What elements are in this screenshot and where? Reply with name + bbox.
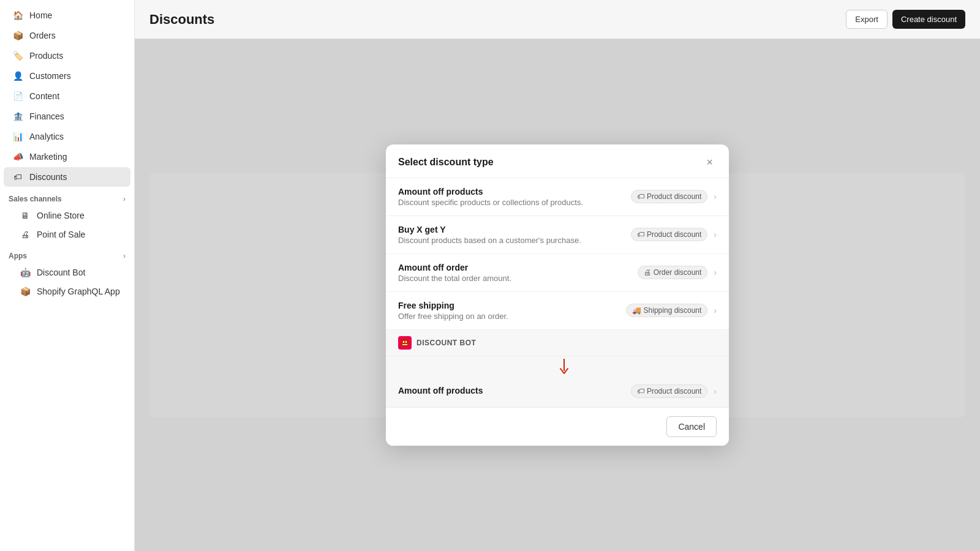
option-title-amount-off-products: Amount off products bbox=[398, 187, 631, 197]
modal-footer: Cancel bbox=[386, 407, 729, 446]
option-desc-amount-off-products: Discount specific products or collection… bbox=[398, 198, 631, 207]
page-title: Discounts bbox=[149, 12, 214, 28]
main-header: Discounts Export Create discount bbox=[135, 0, 980, 39]
sales-channels-section: Sales channels › bbox=[0, 187, 134, 206]
discount-bot-icon: 🤖 bbox=[20, 267, 31, 278]
products-label: Products bbox=[29, 51, 63, 61]
sidebar-item-customers[interactable]: 👤Customers bbox=[4, 66, 130, 86]
point-of-sale-label: Point of Sale bbox=[37, 230, 85, 239]
main-content: % bbox=[135, 39, 980, 551]
badge-icon-amount-off-order: 🖨 bbox=[644, 268, 651, 277]
discount-option-free-shipping[interactable]: Free shipping Offer free shipping on an … bbox=[386, 292, 729, 330]
apps-section: Apps › bbox=[0, 244, 134, 263]
discount-option-buy-x-get-y[interactable]: Buy X get Y Discount products based on a… bbox=[386, 216, 729, 254]
marketing-label: Marketing bbox=[29, 152, 67, 162]
analytics-icon: 📊 bbox=[12, 131, 23, 142]
content-icon: 📄 bbox=[12, 91, 23, 102]
header-actions: Export Create discount bbox=[846, 10, 965, 29]
sidebar-item-discounts[interactable]: 🏷Discounts bbox=[4, 167, 130, 187]
sidebar-item-analytics[interactable]: 📊Analytics bbox=[4, 127, 130, 146]
badge-icon-buy-x-get-y: 🏷 bbox=[637, 230, 644, 239]
customers-label: Customers bbox=[29, 71, 71, 81]
orders-label: Orders bbox=[29, 31, 56, 40]
option-left-amount-off-products: Amount off products Discount specific pr… bbox=[398, 187, 631, 207]
sales-channels-label: Sales channels bbox=[9, 195, 62, 203]
cancel-button[interactable]: Cancel bbox=[666, 416, 717, 437]
sidebar-item-finances[interactable]: 🏦Finances bbox=[4, 107, 130, 126]
home-icon: 🏠 bbox=[12, 10, 23, 21]
option-right-free-shipping: 🚚 Shipping discount › bbox=[626, 304, 717, 317]
expand-icon[interactable]: › bbox=[123, 195, 126, 203]
sidebar-item-content[interactable]: 📄Content bbox=[4, 86, 130, 106]
discounts-label: Discounts bbox=[29, 172, 67, 182]
option-badge-buy-x-get-y: 🏷 Product discount bbox=[631, 228, 707, 241]
online-store-icon: 🖥 bbox=[20, 210, 31, 221]
discount-bot-header: DISCOUNT BOT bbox=[386, 330, 729, 356]
bot-option-badge: 🏷 Product discount bbox=[631, 384, 707, 398]
sidebar-item-discount-bot[interactable]: 🤖Discount Bot bbox=[4, 263, 130, 282]
sidebar-item-shopify-graphql[interactable]: 📦Shopify GraphQL App bbox=[4, 282, 130, 301]
bot-option-title: Amount off products bbox=[398, 386, 631, 395]
option-left-amount-off-order: Amount off order Discount the total orde… bbox=[398, 263, 638, 283]
bot-badge-icon: 🏷 bbox=[637, 387, 644, 395]
bot-badge-label: Product discount bbox=[647, 387, 701, 395]
apps-label: Apps bbox=[9, 252, 27, 260]
bot-option-left: Amount off products bbox=[398, 386, 631, 397]
sidebar-item-point-of-sale[interactable]: 🖨Point of Sale bbox=[4, 225, 130, 244]
create-discount-button[interactable]: Create discount bbox=[892, 10, 965, 29]
discount-option-amount-off-products[interactable]: Amount off products Discount specific pr… bbox=[386, 178, 729, 216]
shopify-graphql-icon: 📦 bbox=[20, 286, 31, 297]
sidebar-item-marketing[interactable]: 📣Marketing bbox=[4, 147, 130, 167]
analytics-label: Analytics bbox=[29, 132, 64, 141]
discount-bot-label: DISCOUNT BOT bbox=[417, 339, 476, 347]
sidebar-item-orders[interactable]: 📦Orders bbox=[4, 26, 130, 45]
option-badge-amount-off-order: 🖨 Order discount bbox=[638, 266, 708, 279]
finances-icon: 🏦 bbox=[12, 111, 23, 122]
option-badge-amount-off-products: 🏷 Product discount bbox=[631, 190, 707, 203]
content-label: Content bbox=[29, 91, 59, 101]
discount-bot-label: Discount Bot bbox=[37, 268, 85, 277]
option-desc-amount-off-order: Discount the total order amount. bbox=[398, 274, 638, 283]
option-title-buy-x-get-y: Buy X get Y bbox=[398, 225, 631, 234]
discount-option-amount-off-order[interactable]: Amount off order Discount the total orde… bbox=[386, 254, 729, 292]
products-icon: 🏷️ bbox=[12, 50, 23, 61]
online-store-label: Online Store bbox=[37, 211, 85, 220]
chevron-icon-amount-off-order: › bbox=[714, 268, 717, 277]
bot-option-right: 🏷 Product discount › bbox=[631, 384, 717, 398]
arrow-down-indicator bbox=[386, 356, 729, 376]
badge-icon-amount-off-products: 🏷 bbox=[637, 192, 644, 201]
modal-title: Select discount type bbox=[398, 157, 494, 168]
chevron-icon-free-shipping: › bbox=[714, 305, 717, 315]
option-title-free-shipping: Free shipping bbox=[398, 301, 626, 310]
svg-rect-7 bbox=[401, 339, 409, 347]
marketing-icon: 📣 bbox=[12, 151, 23, 162]
modal-header: Select discount type × bbox=[386, 144, 729, 178]
main-content-area: Discounts Export Create discount % bbox=[135, 0, 980, 551]
discount-bot-logo bbox=[398, 336, 412, 350]
point-of-sale-icon: 🖨 bbox=[20, 229, 31, 240]
option-right-amount-off-order: 🖨 Order discount › bbox=[638, 266, 717, 279]
discount-bot-section: DISCOUNT BOT Amount off products bbox=[386, 330, 729, 407]
sidebar-item-home[interactable]: 🏠Home bbox=[4, 6, 130, 25]
home-label: Home bbox=[29, 10, 52, 20]
modal-close-button[interactable]: × bbox=[703, 156, 717, 169]
discounts-icon: 🏷 bbox=[12, 171, 23, 182]
option-title-amount-off-order: Amount off order bbox=[398, 263, 638, 272]
export-button[interactable]: Export bbox=[846, 10, 888, 29]
option-desc-buy-x-get-y: Discount products based on a customer's … bbox=[398, 236, 631, 245]
customers-icon: 👤 bbox=[12, 70, 23, 81]
option-left-buy-x-get-y: Buy X get Y Discount products based on a… bbox=[398, 225, 631, 245]
sidebar: 🏠Home📦Orders🏷️Products👤Customers📄Content… bbox=[0, 0, 135, 551]
sidebar-item-products[interactable]: 🏷️Products bbox=[4, 46, 130, 66]
badge-label-buy-x-get-y: Product discount bbox=[647, 230, 701, 239]
badge-label-free-shipping: Shipping discount bbox=[644, 306, 702, 315]
sidebar-item-online-store[interactable]: 🖥Online Store bbox=[4, 206, 130, 225]
bot-discount-option[interactable]: Amount off products 🏷 Product discount › bbox=[386, 376, 729, 407]
option-right-amount-off-products: 🏷 Product discount › bbox=[631, 190, 717, 203]
orders-icon: 📦 bbox=[12, 30, 23, 41]
option-left-free-shipping: Free shipping Offer free shipping on an … bbox=[398, 301, 626, 321]
modal-body: Amount off products Discount specific pr… bbox=[386, 178, 729, 407]
apps-expand-icon[interactable]: › bbox=[123, 252, 126, 260]
modal-overlay: Select discount type × Amount off produc… bbox=[135, 39, 980, 551]
select-discount-modal: Select discount type × Amount off produc… bbox=[386, 144, 729, 446]
